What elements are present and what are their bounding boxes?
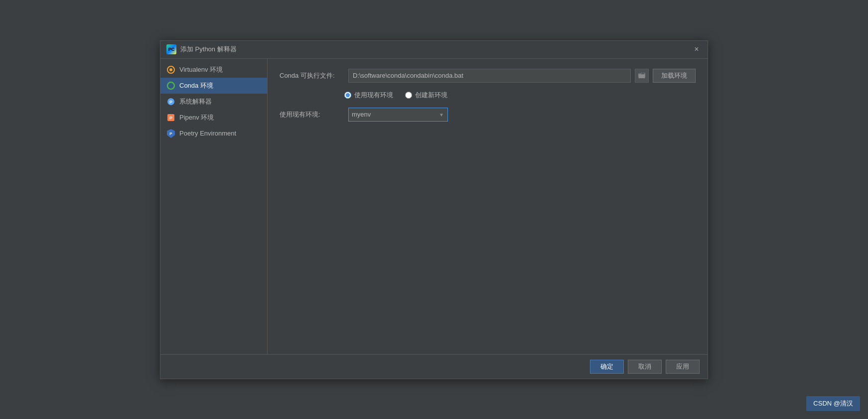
conda-executable-input[interactable] xyxy=(348,69,631,83)
dialog-body: Virtualenv 环境 Conda 环境 P xyxy=(160,59,708,354)
sidebar-item-conda[interactable]: Conda 环境 xyxy=(160,78,267,94)
confirm-button[interactable]: 确定 xyxy=(590,360,624,374)
sidebar: Virtualenv 环境 Conda 环境 P xyxy=(160,59,268,354)
svg-point-2 xyxy=(167,82,174,89)
radio-row: 使用现有环境 创建新环境 xyxy=(280,91,696,100)
use-existing-env-label: 使用现有环境: xyxy=(280,110,344,119)
virtualenv-icon xyxy=(166,65,175,74)
sidebar-item-conda-label: Conda 环境 xyxy=(179,81,213,90)
system-icon: P xyxy=(166,97,175,106)
create-new-option[interactable]: 创建新环境 xyxy=(405,91,447,100)
add-interpreter-dialog: PC 添加 Python 解释器 × Virtualenv 环境 xyxy=(160,40,708,379)
create-new-radio[interactable] xyxy=(405,92,412,99)
use-existing-radio[interactable] xyxy=(344,92,351,99)
bottom-bar: 确定 取消 应用 xyxy=(160,354,708,379)
create-new-label: 创建新环境 xyxy=(415,91,447,100)
watermark: CSDN @清汉 xyxy=(806,396,860,411)
apply-button[interactable]: 应用 xyxy=(666,360,700,374)
sidebar-item-virtualenv[interactable]: Virtualenv 环境 xyxy=(160,62,267,78)
use-existing-option[interactable]: 使用现有环境 xyxy=(344,91,393,100)
sidebar-item-poetry[interactable]: P Poetry Environment xyxy=(160,126,267,141)
sidebar-item-pipenv[interactable]: P Pipenv 环境 xyxy=(160,110,267,126)
main-content: Conda 可执行文件: 加载环境 使用现有环境 xyxy=(268,59,708,354)
title-bar-left: PC 添加 Python 解释器 xyxy=(166,44,237,54)
folder-icon xyxy=(638,73,645,79)
sidebar-item-virtualenv-label: Virtualenv 环境 xyxy=(179,65,223,74)
sidebar-item-system[interactable]: P 系统解释器 xyxy=(160,94,267,110)
conda-icon xyxy=(166,81,175,90)
conda-executable-row: Conda 可执行文件: 加载环境 xyxy=(280,69,696,83)
use-existing-label: 使用现有环境 xyxy=(354,91,393,100)
dialog-title: 添加 Python 解释器 xyxy=(180,45,237,54)
use-existing-env-row: 使用现有环境: myenv base py38 ▼ xyxy=(280,108,696,122)
conda-executable-input-group: 加载环境 xyxy=(348,69,696,83)
env-select[interactable]: myenv base py38 xyxy=(348,108,448,122)
svg-point-1 xyxy=(169,68,172,71)
close-button[interactable]: × xyxy=(692,44,702,54)
sidebar-item-system-label: 系统解释器 xyxy=(179,97,212,106)
cancel-button[interactable]: 取消 xyxy=(628,360,662,374)
svg-text:P: P xyxy=(169,132,172,136)
sidebar-item-pipenv-label: Pipenv 环境 xyxy=(179,113,214,122)
svg-text:P: P xyxy=(169,116,172,121)
sidebar-item-poetry-label: Poetry Environment xyxy=(179,130,236,137)
load-env-button[interactable]: 加载环境 xyxy=(653,69,696,83)
title-bar: PC 添加 Python 解释器 × xyxy=(160,41,708,59)
browse-folder-button[interactable] xyxy=(635,69,649,83)
pipenv-icon: P xyxy=(166,113,175,122)
env-select-container: myenv base py38 ▼ xyxy=(348,108,448,122)
svg-text:P: P xyxy=(169,100,172,105)
pycharm-logo-icon: PC xyxy=(166,44,176,54)
conda-executable-label: Conda 可执行文件: xyxy=(280,71,344,80)
poetry-icon: P xyxy=(166,129,175,138)
